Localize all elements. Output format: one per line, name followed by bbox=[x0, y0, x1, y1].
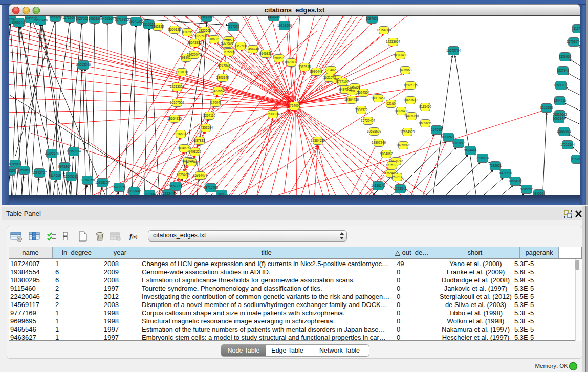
svg-text:2803144: 2803144 bbox=[216, 76, 229, 79]
svg-text:2935114: 2935114 bbox=[476, 156, 489, 160]
svg-text:9227342: 9227342 bbox=[557, 69, 570, 72]
svg-text:14055724: 14055724 bbox=[12, 20, 27, 24]
svg-text:6466160: 6466160 bbox=[89, 17, 101, 20]
svg-text:10688609: 10688609 bbox=[367, 129, 382, 133]
svg-text:9657771: 9657771 bbox=[169, 184, 182, 188]
svg-text:12213967: 12213967 bbox=[386, 40, 401, 43]
svg-text:14136141: 14136141 bbox=[371, 184, 386, 187]
svg-text:8215958: 8215958 bbox=[540, 106, 553, 110]
svg-text:2718170: 2718170 bbox=[176, 70, 188, 74]
svg-text:19218506: 19218506 bbox=[277, 24, 292, 27]
svg-text:14495798: 14495798 bbox=[404, 114, 419, 118]
svg-text:1527602: 1527602 bbox=[76, 17, 89, 20]
svg-text:9327505: 9327505 bbox=[221, 41, 234, 45]
svg-text:19463627: 19463627 bbox=[403, 98, 418, 102]
svg-text:8915001: 8915001 bbox=[9, 162, 22, 166]
svg-text:20053346: 20053346 bbox=[76, 63, 91, 67]
svg-text:8990448: 8990448 bbox=[310, 70, 323, 73]
svg-text:17654923: 17654923 bbox=[400, 130, 415, 134]
svg-text:2087652: 2087652 bbox=[366, 17, 379, 20]
svg-text:7986372: 7986372 bbox=[355, 108, 368, 112]
svg-text:12213309: 12213309 bbox=[170, 85, 185, 89]
svg-text:10653267: 10653267 bbox=[48, 16, 63, 19]
svg-text:7163822: 7163822 bbox=[151, 25, 164, 28]
svg-text:62160: 62160 bbox=[386, 102, 396, 105]
svg-text:6466160: 6466160 bbox=[101, 17, 114, 20]
svg-text:17359934: 17359934 bbox=[67, 149, 81, 153]
svg-text:17957255: 17957255 bbox=[80, 178, 95, 182]
svg-text:16671355: 16671355 bbox=[129, 19, 144, 23]
svg-text:19384554: 19384554 bbox=[311, 139, 325, 142]
svg-text:8427552: 8427552 bbox=[212, 89, 225, 93]
svg-text:10719155: 10719155 bbox=[115, 18, 129, 21]
svg-text:116753: 116753 bbox=[572, 157, 580, 161]
svg-text:16543382: 16543382 bbox=[187, 41, 202, 45]
svg-text:1588520: 1588520 bbox=[273, 56, 286, 60]
svg-text:16648784: 16648784 bbox=[446, 49, 461, 52]
svg-text:9329966: 9329966 bbox=[559, 55, 572, 58]
svg-text:1244415: 1244415 bbox=[554, 99, 567, 102]
svg-text:15720407: 15720407 bbox=[361, 119, 376, 122]
svg-text:3624554: 3624554 bbox=[357, 91, 370, 94]
svg-text:16154808: 16154808 bbox=[377, 28, 391, 32]
svg-text:7485063: 7485063 bbox=[399, 68, 412, 72]
svg-text:12505135: 12505135 bbox=[64, 174, 79, 178]
svg-text:8813054: 8813054 bbox=[268, 16, 280, 18]
svg-text:9245652: 9245652 bbox=[520, 187, 533, 191]
svg-text:10756928: 10756928 bbox=[396, 143, 411, 147]
svg-text:9242848: 9242848 bbox=[218, 64, 231, 68]
svg-text:12975115: 12975115 bbox=[403, 83, 418, 87]
svg-text:9450: 9450 bbox=[218, 192, 226, 195]
svg-text:98901: 98901 bbox=[182, 56, 191, 59]
svg-text:10807457: 10807457 bbox=[371, 96, 386, 100]
svg-text:94506: 94506 bbox=[534, 192, 543, 195]
svg-text:13716485: 13716485 bbox=[204, 186, 219, 189]
svg-text:6879197: 6879197 bbox=[452, 141, 465, 145]
svg-text:9777107: 9777107 bbox=[336, 80, 349, 83]
svg-text:8822037: 8822037 bbox=[285, 60, 298, 64]
svg-text:12093873: 12093873 bbox=[554, 83, 569, 87]
svg-text:(x): (x) bbox=[132, 234, 138, 239]
svg-text:164095: 164095 bbox=[431, 128, 442, 132]
svg-text:252214: 252214 bbox=[391, 175, 403, 179]
svg-text:9084067: 9084067 bbox=[380, 152, 393, 156]
svg-text:8660123: 8660123 bbox=[168, 28, 181, 31]
svg-text:568: 568 bbox=[350, 89, 355, 93]
svg-text:10364456: 10364456 bbox=[344, 98, 359, 101]
svg-text:8938923: 8938923 bbox=[442, 135, 455, 139]
svg-text:7625402: 7625402 bbox=[177, 173, 189, 177]
svg-text:746266: 746266 bbox=[349, 85, 360, 89]
svg-text:10025433: 10025433 bbox=[394, 109, 409, 113]
svg-text:16107552: 16107552 bbox=[170, 101, 185, 104]
svg-text:6794028: 6794028 bbox=[325, 68, 338, 72]
svg-text:16782759: 16782759 bbox=[112, 185, 127, 189]
svg-text:16120746: 16120746 bbox=[389, 159, 404, 163]
svg-text:16914479: 16914479 bbox=[193, 173, 208, 177]
svg-text:9115460: 9115460 bbox=[419, 105, 432, 108]
svg-text:2530025: 2530025 bbox=[267, 112, 279, 116]
svg-text:18807249: 18807249 bbox=[372, 141, 386, 144]
svg-text:17016504: 17016504 bbox=[560, 143, 575, 146]
svg-text:7632621: 7632621 bbox=[489, 164, 502, 167]
svg-text:0699695: 0699695 bbox=[419, 121, 432, 125]
svg-text:12942757: 12942757 bbox=[32, 171, 47, 174]
svg-text:20206576: 20206576 bbox=[45, 151, 59, 155]
svg-text:5322605: 5322605 bbox=[199, 29, 211, 32]
svg-text:15692971: 15692971 bbox=[557, 129, 572, 133]
svg-text:10654112: 10654112 bbox=[508, 179, 522, 183]
svg-text:17004: 17004 bbox=[211, 101, 220, 104]
svg-text:10033809: 10033809 bbox=[200, 16, 214, 19]
svg-text:1092344: 1092344 bbox=[553, 117, 565, 120]
svg-text:12923446: 12923446 bbox=[161, 192, 176, 195]
svg-text:10973493: 10973493 bbox=[393, 53, 408, 57]
svg-text:1362615: 1362615 bbox=[298, 65, 311, 69]
svg-text:9146821: 9146821 bbox=[259, 52, 272, 55]
svg-text:14353594: 14353594 bbox=[199, 126, 213, 129]
svg-text:2156869: 2156869 bbox=[18, 168, 31, 172]
svg-text:10046766: 10046766 bbox=[177, 146, 192, 150]
svg-text:9474444: 9474444 bbox=[464, 148, 477, 152]
svg-text:1753342: 1753342 bbox=[394, 187, 407, 190]
svg-text:114519: 114519 bbox=[51, 173, 61, 177]
svg-text:13524851: 13524851 bbox=[384, 171, 399, 175]
svg-text:11175: 11175 bbox=[574, 27, 580, 30]
